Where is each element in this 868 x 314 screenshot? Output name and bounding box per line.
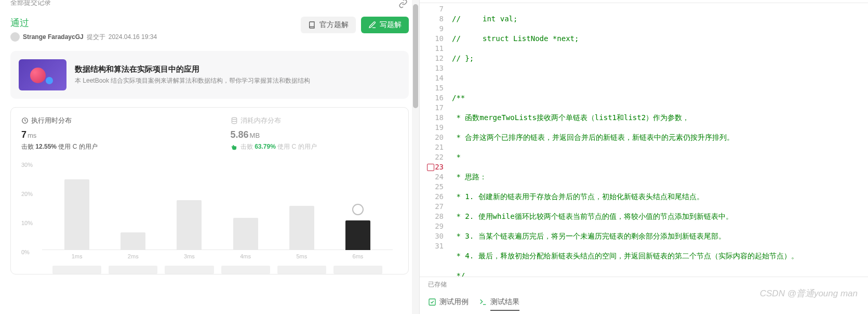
chart-bar[interactable] xyxy=(165,200,213,250)
promo-image xyxy=(19,59,66,90)
left-pane: 全部提交记录 通过 Strange FaradaycGJ 提交于 2024.04… xyxy=(0,0,420,314)
breadcrumb[interactable]: 全部提交记录 xyxy=(0,0,419,7)
right-pane: 7891011121314151617181920212223242526272… xyxy=(420,0,868,314)
database-icon xyxy=(231,117,238,124)
memory-value: 5.86MB xyxy=(231,129,398,140)
submitted-label: 提交于 xyxy=(87,33,105,42)
status-accepted: 通过 xyxy=(10,17,157,29)
svg-rect-2 xyxy=(429,299,435,305)
chart-x-label: 4ms xyxy=(221,253,270,259)
terminal-icon xyxy=(479,298,487,306)
chart-x-label: 5ms xyxy=(277,253,326,259)
chart-x-label: 1ms xyxy=(52,253,101,259)
avatar[interactable] xyxy=(10,32,20,42)
tab-testcases[interactable]: 测试用例 xyxy=(428,294,469,310)
clock-icon xyxy=(21,117,29,124)
edit-icon xyxy=(368,21,377,29)
memory-beat: 击败 63.79% 使用 C 的用户 xyxy=(231,142,398,151)
username[interactable]: Strange FaradaycGJ xyxy=(23,33,84,41)
line-gutter: 7891011121314151617181920212223242526272… xyxy=(420,3,448,277)
svg-point-1 xyxy=(232,117,236,120)
runtime-value: 7ms xyxy=(21,129,189,140)
chart-bar[interactable] xyxy=(52,179,101,250)
check-square-icon xyxy=(428,298,436,306)
chart-x-label: 3ms xyxy=(165,253,213,259)
official-solution-button[interactable]: 官方题解 xyxy=(301,17,356,33)
tab-test-result[interactable]: 测试结果 xyxy=(479,294,519,310)
chart-marker xyxy=(352,204,364,215)
code-content[interactable]: // int val; // struct ListNode *next; //… xyxy=(448,3,868,277)
stats-card: 执行用时分布 7ms 击败 12.55% 使用 C 的用户 消耗内存分布 xyxy=(10,107,409,274)
link-icon xyxy=(398,0,408,8)
memory-label[interactable]: 消耗内存分布 xyxy=(231,116,398,125)
chart-x-label: 6ms xyxy=(333,253,382,259)
promo-title: 数据结构和算法在实际项目中的应用 xyxy=(75,64,400,74)
scrollbar-track[interactable] xyxy=(412,0,419,314)
code-editor[interactable]: 7891011121314151617181920212223242526272… xyxy=(420,3,868,277)
promo-card[interactable]: 数据结构和算法在实际项目中的应用 本 LeetBook 结合实际项目案例来讲解算… xyxy=(10,51,409,99)
runtime-label: 执行用时分布 xyxy=(21,116,189,125)
scrollbar-thumb[interactable] xyxy=(413,4,418,108)
promo-desc: 本 LeetBook 结合实际项目案例来讲解算法和数据结构，帮你学习掌握算法和数… xyxy=(75,76,400,85)
submitted-time: 2024.04.16 19:34 xyxy=(109,33,157,41)
chart-bar[interactable] xyxy=(109,232,157,250)
runtime-chart: 30% 20% 10% 0% 1ms2ms3ms4ms5ms6ms xyxy=(21,162,398,266)
write-solution-button[interactable]: 写题解 xyxy=(361,17,409,33)
hand-icon xyxy=(231,143,238,151)
chart-bar[interactable] xyxy=(333,220,382,250)
chart-bar[interactable] xyxy=(221,218,270,250)
chart-bar[interactable] xyxy=(277,206,326,250)
runtime-beat: 击败 12.55% 使用 C 的用户 xyxy=(21,142,189,151)
watermark: CSDN @普通young man xyxy=(760,287,858,299)
book-icon xyxy=(308,21,316,29)
chart-x-label: 2ms xyxy=(109,253,157,259)
